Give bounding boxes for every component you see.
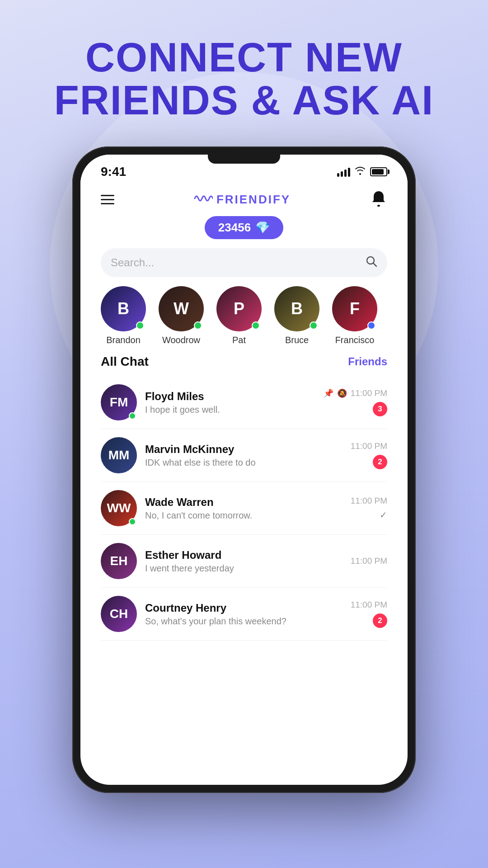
- svg-line-2: [373, 263, 376, 266]
- chat-avatar-wrap: CH: [101, 596, 137, 632]
- chat-time: 11:00 PM: [351, 496, 387, 506]
- search-placeholder: Search...: [111, 256, 361, 269]
- search-bar[interactable]: Search...: [101, 248, 387, 277]
- logo-text: FRIENDIFY: [216, 193, 291, 207]
- story-item[interactable]: B Brandon: [101, 286, 146, 345]
- online-indicator: [129, 518, 136, 525]
- story-name: Woodrow: [162, 335, 200, 345]
- unread-badge: 2: [373, 455, 387, 469]
- chat-item-esther[interactable]: EH Esther Howard I went there yesterday …: [101, 535, 387, 588]
- logo-wave-icon: [194, 192, 213, 207]
- avatar: CH: [101, 596, 137, 632]
- chat-meta: 11:00 PM: [351, 556, 387, 566]
- chat-info: Floyd Miles I hope it goes well.: [145, 390, 315, 415]
- chat-meta: 11:00 PM 2: [351, 600, 387, 628]
- chat-name: Wade Warren: [145, 496, 343, 509]
- chat-name: Marvin McKinney: [145, 443, 343, 456]
- phone-screen: 9:41: [80, 155, 408, 785]
- story-item[interactable]: B Bruce: [274, 286, 319, 345]
- chat-preview: No, I can't come tomorrow.: [145, 510, 343, 521]
- hero-title: CONNECT NEW FRIENDS & ASK AI: [54, 36, 434, 122]
- online-dot: [194, 321, 202, 330]
- chat-info: Courtney Henry So, what's your plan this…: [145, 602, 343, 627]
- friends-link[interactable]: Friends: [348, 355, 387, 368]
- chat-meta: 11:00 PM 2: [351, 441, 387, 469]
- chat-preview: IDK what else is there to do: [145, 458, 343, 468]
- chat-avatar-wrap: WW: [101, 490, 137, 526]
- search-icon: [366, 255, 377, 270]
- app-header: FRIENDIFY: [80, 183, 408, 214]
- chat-title: All Chat: [101, 354, 149, 369]
- avatar: EH: [101, 543, 137, 579]
- stories-row: B Brandon W Woodrow P: [80, 286, 408, 354]
- chat-meta: 11:00 PM ✓: [351, 496, 387, 520]
- phone-mockup: 9:41: [72, 146, 416, 793]
- story-name: Bruce: [285, 335, 309, 345]
- online-dot: [136, 321, 144, 330]
- chat-info: Marvin McKinney IDK what else is there t…: [145, 443, 343, 468]
- status-time: 9:41: [101, 165, 126, 179]
- chat-info: Esther Howard I went there yesterday: [145, 549, 343, 574]
- chat-time: 11:00 PM: [351, 441, 387, 451]
- chat-preview: So, what's your plan this weekend?: [145, 616, 343, 627]
- story-item[interactable]: P Pat: [216, 286, 262, 345]
- unread-badge: 3: [373, 402, 387, 416]
- avatar: MM: [101, 437, 137, 473]
- signal-icon: [337, 167, 350, 177]
- status-icons: [337, 166, 387, 178]
- points-badge[interactable]: 23456 💎: [205, 216, 283, 239]
- chat-avatar-wrap: FM: [101, 384, 137, 420]
- points-value: 23456: [218, 221, 251, 235]
- chat-meta: 📌 🔕 11:00 PM 3: [324, 388, 387, 416]
- story-item[interactable]: F Francisco: [332, 286, 377, 345]
- wifi-icon: [355, 166, 366, 178]
- chat-name: Floyd Miles: [145, 390, 315, 403]
- menu-button[interactable]: [101, 195, 114, 204]
- story-name: Pat: [232, 335, 246, 345]
- chat-time-meta: 📌 🔕 11:00 PM: [324, 388, 387, 398]
- diamond-icon: 💎: [255, 221, 270, 235]
- chat-name: Esther Howard: [145, 549, 343, 561]
- chat-name: Courtney Henry: [145, 602, 343, 614]
- chat-item-courtney[interactable]: CH Courtney Henry So, what's your plan t…: [101, 588, 387, 641]
- chat-avatar-wrap: MM: [101, 437, 137, 473]
- online-dot: [367, 321, 375, 330]
- online-indicator: [129, 412, 136, 420]
- story-item[interactable]: W Woodrow: [159, 286, 204, 345]
- online-dot: [310, 321, 318, 330]
- chat-item-floyd[interactable]: FM Floyd Miles I hope it goes well. 📌 🔕: [101, 376, 387, 429]
- online-dot: [252, 321, 260, 330]
- pin-icon: 📌: [324, 388, 333, 398]
- chat-preview: I went there yesterday: [145, 563, 343, 574]
- story-name: Brandon: [106, 335, 141, 345]
- app-logo: FRIENDIFY: [194, 192, 291, 207]
- chat-preview: I hope it goes well.: [145, 405, 315, 415]
- chat-time: 11:00 PM: [351, 556, 387, 566]
- chat-header: All Chat Friends: [101, 354, 387, 369]
- mute-icon: 🔕: [337, 388, 347, 398]
- chat-list: FM Floyd Miles I hope it goes well. 📌 🔕: [101, 376, 387, 641]
- story-name: Francisco: [335, 335, 375, 345]
- chat-time: 11:00 PM: [351, 388, 387, 398]
- unread-badge: 2: [373, 613, 387, 628]
- chat-info: Wade Warren No, I can't come tomorrow.: [145, 496, 343, 521]
- svg-point-0: [377, 205, 380, 207]
- chat-avatar-wrap: EH: [101, 543, 137, 579]
- chat-time: 11:00 PM: [351, 600, 387, 610]
- chat-section: All Chat Friends FM Floyd Miles I hope i…: [80, 354, 408, 785]
- chat-item-wade[interactable]: WW Wade Warren No, I can't come tomorrow…: [101, 482, 387, 535]
- chat-item-marvin[interactable]: MM Marvin McKinney IDK what else is ther…: [101, 429, 387, 482]
- read-tick-icon: ✓: [380, 509, 387, 520]
- battery-icon: [370, 167, 387, 176]
- bell-button[interactable]: [370, 189, 387, 209]
- phone-notch: [208, 155, 280, 164]
